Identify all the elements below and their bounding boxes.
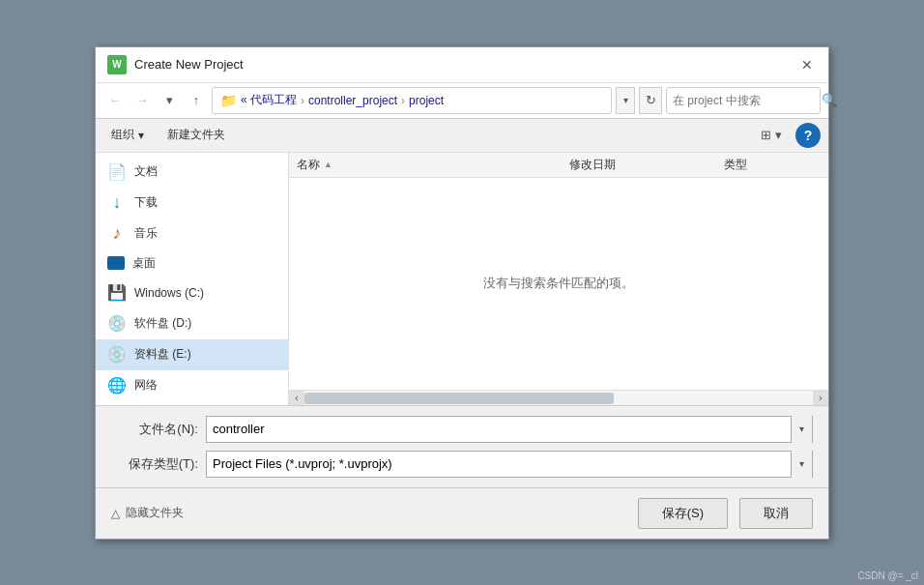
sidebar: 📄 文档 ↓ 下载 ♪ 音乐 桌面 💾 Windows (C:) 💿 软件盘	[96, 153, 289, 405]
sidebar-item-drive-d[interactable]: 💿 软件盘 (D:)	[96, 308, 288, 339]
col-type: 类型	[724, 157, 821, 173]
bottom-form: 文件名(N): ▾ 保存类型(T): ▾	[96, 405, 828, 487]
path-breadcrumb: 📁 « 代码工程 › controller_project › project	[212, 87, 612, 114]
path-dropdown-button[interactable]: ▾	[616, 87, 635, 114]
scroll-left-button[interactable]: ‹	[289, 390, 304, 405]
sidebar-label-docs: 文档	[134, 163, 158, 180]
scroll-track	[304, 391, 813, 405]
refresh-button[interactable]: ↻	[639, 87, 662, 114]
drive-e-icon: 💿	[107, 345, 127, 365]
new-folder-label: 新建文件夹	[167, 127, 225, 143]
path-separator-1: ›	[401, 94, 405, 107]
sidebar-item-music[interactable]: ♪ 音乐	[96, 219, 288, 249]
back-button[interactable]: ←	[103, 89, 127, 112]
view-icon: ⊞	[761, 128, 771, 142]
footer: △ 隐藏文件夹 保存(S) 取消	[96, 487, 828, 539]
desktop-icon	[107, 256, 125, 270]
hide-icon: △	[111, 507, 120, 520]
filetype-row: 保存类型(T): ▾	[111, 451, 813, 478]
sidebar-label-drive-d: 软件盘 (D:)	[134, 315, 191, 332]
path-separator-0: ›	[301, 94, 304, 107]
network-icon: 🌐	[107, 376, 127, 395]
filename-row: 文件名(N): ▾	[111, 416, 813, 443]
sidebar-label-drive-c: Windows (C:)	[134, 286, 204, 300]
file-body: 没有与搜索条件匹配的项。	[289, 178, 828, 390]
file-header: 名称 ▲ 修改日期 类型	[289, 153, 828, 178]
drive-c-icon: 💾	[107, 283, 127, 303]
filename-input-wrap: ▾	[206, 416, 813, 443]
scroll-thumb	[304, 393, 614, 404]
music-icon: ♪	[107, 224, 127, 244]
close-button[interactable]: ✕	[797, 55, 817, 74]
help-button[interactable]: ?	[795, 123, 821, 148]
docs-icon: 📄	[107, 162, 127, 182]
path-segment-2[interactable]: project	[409, 94, 444, 107]
address-bar: ← → ▾ ↑ 📁 « 代码工程 › controller_project › …	[96, 83, 828, 119]
download-icon: ↓	[107, 193, 127, 213]
sidebar-item-drive-c[interactable]: 💾 Windows (C:)	[96, 278, 288, 308]
empty-message: 没有与搜索条件匹配的项。	[483, 275, 634, 292]
create-project-dialog: W Create New Project ✕ ← → ▾ ↑ 📁 « 代码工程 …	[95, 46, 829, 540]
forward-button[interactable]: →	[130, 89, 154, 112]
folder-icon: 📁	[220, 93, 237, 108]
filetype-label: 保存类型(T):	[111, 455, 198, 473]
horizontal-scrollbar[interactable]: ‹ ›	[289, 390, 828, 405]
sidebar-label-drive-e: 资料盘 (E:)	[134, 346, 191, 363]
sidebar-item-network[interactable]: 🌐 网络	[96, 370, 288, 401]
watermark: CSDN @= _cl	[857, 570, 918, 581]
path-segment-1[interactable]: controller_project	[308, 94, 397, 107]
sidebar-label-download: 下载	[134, 194, 158, 211]
cancel-button[interactable]: 取消	[739, 498, 813, 529]
new-folder-button[interactable]: 新建文件夹	[159, 124, 233, 146]
hide-folder-label: 隐藏文件夹	[126, 505, 184, 521]
hide-folder-button[interactable]: △ 隐藏文件夹	[111, 505, 184, 521]
filetype-dropdown-button[interactable]: ▾	[791, 451, 812, 478]
view-arrow: ▾	[775, 128, 782, 142]
filetype-input[interactable]	[207, 456, 791, 471]
sidebar-label-network: 网络	[134, 377, 158, 394]
sidebar-label-desktop: 桌面	[132, 255, 156, 272]
main-content: 📄 文档 ↓ 下载 ♪ 音乐 桌面 💾 Windows (C:) 💿 软件盘	[96, 153, 828, 405]
view-button[interactable]: ⊞ ▾	[755, 125, 788, 145]
dialog-title: Create New Project	[134, 57, 790, 72]
filename-label: 文件名(N):	[111, 421, 198, 438]
drive-d-icon: 💿	[107, 314, 127, 334]
col-name: 名称 ▲	[297, 157, 569, 173]
app-icon: W	[107, 55, 127, 74]
scroll-right-button[interactable]: ›	[813, 390, 828, 405]
filename-dropdown-button[interactable]: ▾	[791, 416, 812, 443]
search-icon: 🔍	[822, 93, 837, 107]
sidebar-item-drive-e[interactable]: 💿 资料盘 (E:)	[96, 339, 288, 370]
up-button[interactable]: ↑	[185, 89, 208, 112]
toolbar: 组织 ▾ 新建文件夹 ⊞ ▾ ?	[96, 119, 828, 153]
path-segment-0[interactable]: « 代码工程	[241, 92, 297, 108]
title-bar: W Create New Project ✕	[96, 47, 828, 83]
search-box: 🔍	[666, 87, 821, 114]
sidebar-item-desktop[interactable]: 桌面	[96, 249, 288, 278]
sidebar-label-music: 音乐	[134, 225, 158, 242]
dropdown-button[interactable]: ▾	[158, 89, 181, 112]
organize-arrow: ▾	[138, 129, 144, 142]
save-button[interactable]: 保存(S)	[638, 498, 728, 529]
organize-button[interactable]: 组织 ▾	[103, 124, 152, 146]
sort-arrow: ▲	[324, 160, 332, 169]
col-name-label: 名称	[297, 157, 320, 173]
organize-label: 组织	[111, 127, 134, 143]
file-area: 名称 ▲ 修改日期 类型 没有与搜索条件匹配的项。 ‹ ›	[289, 153, 828, 405]
search-input[interactable]	[673, 94, 818, 107]
filename-input[interactable]	[207, 422, 791, 436]
filetype-input-wrap: ▾	[206, 451, 813, 478]
sidebar-item-download[interactable]: ↓ 下载	[96, 188, 288, 219]
col-date: 修改日期	[569, 157, 724, 173]
sidebar-item-docs[interactable]: 📄 文档	[96, 157, 288, 188]
